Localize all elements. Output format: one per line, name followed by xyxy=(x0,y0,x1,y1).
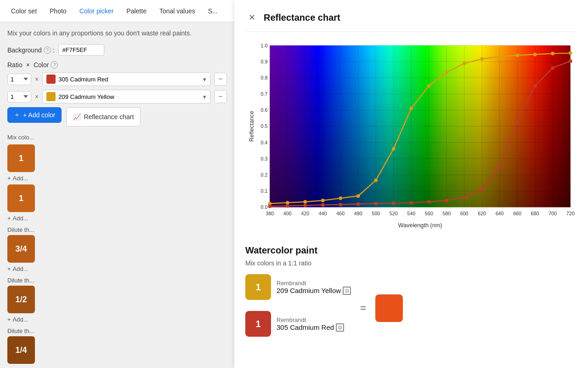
paints-container: 1 Rembrandt 209 Cadmium Yellow ⧉ 1 xyxy=(245,274,577,342)
svg-text:720: 720 xyxy=(566,211,575,216)
add-btn-3[interactable]: + Add... xyxy=(7,315,28,324)
svg-text:0.3: 0.3 xyxy=(261,156,268,161)
paint-info-red: Rembrandt 305 Cadmium Red ⧉ xyxy=(277,316,344,332)
svg-text:0.6: 0.6 xyxy=(261,107,268,113)
svg-text:500: 500 xyxy=(372,211,380,216)
swatch-box-3-4: 3/4 xyxy=(7,235,35,263)
nav-more[interactable]: S... xyxy=(203,4,223,18)
svg-text:0.7: 0.7 xyxy=(261,91,268,97)
nav-palette[interactable]: Palette xyxy=(121,4,152,18)
paints-list: 1 Rembrandt 209 Cadmium Yellow ⧉ 1 xyxy=(245,274,351,342)
nav-color-set[interactable]: Color set xyxy=(6,4,42,18)
nav-tonal-values[interactable]: Tonal values xyxy=(154,4,201,18)
add-btn-4[interactable]: + Add... xyxy=(7,366,28,368)
svg-point-55 xyxy=(374,202,378,206)
color-row-2: 123 × 209 Cadmium Yellow ▾ − xyxy=(7,90,227,104)
svg-point-34 xyxy=(321,199,325,202)
svg-point-56 xyxy=(392,201,396,205)
paint-number-yellow: 1 xyxy=(255,282,260,293)
paint-chip-red: 1 xyxy=(245,311,271,337)
svg-point-52 xyxy=(321,203,325,207)
paint-external-icon-yellow[interactable]: ⧉ xyxy=(343,287,351,295)
svg-text:0.1: 0.1 xyxy=(261,188,268,194)
paint-name-red: 305 Cadmium Red xyxy=(277,323,334,331)
add-color-label: + Add color xyxy=(23,111,55,119)
ratio-select-2[interactable]: 123 xyxy=(7,91,31,103)
reflectance-chart-button[interactable]: 📈 Reflectance chart xyxy=(66,107,141,126)
svg-text:0.0: 0.0 xyxy=(261,204,268,210)
color-name-2: 209 Cadmium Yellow xyxy=(58,93,114,100)
svg-point-53 xyxy=(339,203,342,207)
nav-photo[interactable]: Photo xyxy=(44,4,72,18)
svg-point-39 xyxy=(409,107,413,110)
svg-text:600: 600 xyxy=(460,211,469,216)
panel-title: Reflectance chart xyxy=(264,12,340,23)
paint-number-red: 1 xyxy=(255,319,260,329)
svg-point-65 xyxy=(551,66,554,70)
paint-brand-red: Rembrandt xyxy=(277,316,344,323)
svg-point-38 xyxy=(392,147,396,151)
background-info-icon[interactable]: ? xyxy=(44,46,51,54)
svg-point-42 xyxy=(463,62,466,65)
color-select-1[interactable]: 305 Cadmium Red ▾ xyxy=(42,72,210,86)
paint-external-icon-red[interactable]: ⧉ xyxy=(336,323,344,332)
reflectance-label: Reflectance chart xyxy=(84,113,134,121)
svg-text:480: 480 xyxy=(354,211,362,216)
svg-point-44 xyxy=(498,55,502,58)
nav-bar: Color set Photo Color picker Palette Ton… xyxy=(0,0,234,22)
swatch-box-1: 1 xyxy=(7,144,35,172)
add-color-button[interactable]: ＋ + Add color xyxy=(7,107,62,123)
add-btn-1[interactable]: + Add... xyxy=(7,214,28,223)
swatch-item-1-4: Dilute th... 1/4 + Add... xyxy=(7,328,227,368)
color-select-2[interactable]: 209 Cadmium Yellow ▾ xyxy=(42,90,210,104)
svg-text:580: 580 xyxy=(442,211,451,216)
close-button[interactable]: ✕ xyxy=(245,11,258,24)
svg-text:520: 520 xyxy=(390,211,398,216)
svg-point-64 xyxy=(533,84,537,88)
svg-text:1.0: 1.0 xyxy=(261,43,268,48)
svg-point-33 xyxy=(303,200,307,204)
add-btn-2[interactable]: + Add... xyxy=(7,264,28,273)
swatch-item-1-2: Dilute th... 1/2 + Add... xyxy=(7,277,227,324)
svg-point-49 xyxy=(268,205,271,208)
equals-sign: = xyxy=(360,302,366,314)
watercolor-section: Watercolor paint Mix colors in a 1:1 rat… xyxy=(245,245,577,342)
paint-brand-yellow: Rembrandt xyxy=(277,280,351,287)
mix-colors-header: Mix colo... xyxy=(7,134,227,141)
color-swatch-1 xyxy=(46,75,56,84)
svg-text:640: 640 xyxy=(496,211,504,216)
svg-text:0.9: 0.9 xyxy=(261,59,268,64)
remove-color-2[interactable]: − xyxy=(214,90,227,103)
swatch-item-main2: 1 + Add... xyxy=(7,184,227,223)
paint-name-yellow: 209 Cadmium Yellow xyxy=(277,287,341,294)
svg-point-63 xyxy=(515,120,519,124)
svg-text:460: 460 xyxy=(336,211,345,216)
swatch-box-2: 1 xyxy=(7,184,35,212)
plus-icon: ＋ xyxy=(14,111,20,119)
svg-point-54 xyxy=(356,202,360,206)
background-row: Background ?: xyxy=(7,44,227,56)
nav-color-picker[interactable]: Color picker xyxy=(74,4,119,18)
remove-color-1[interactable]: − xyxy=(214,73,227,86)
chevron-down-icon-1: ▾ xyxy=(203,76,206,83)
button-row: ＋ + Add color 📈 Reflectance chart xyxy=(7,107,227,126)
main-content: Mix your colors in any proportions so yo… xyxy=(0,22,234,368)
svg-point-48 xyxy=(569,51,572,55)
color-row-1: 123 × 305 Cadmium Red ▾ − xyxy=(7,72,227,86)
background-input[interactable] xyxy=(58,44,104,56)
svg-text:420: 420 xyxy=(301,211,309,216)
swatch-box-1-2: 1/2 xyxy=(7,286,35,313)
y-axis-title: Reflectance xyxy=(249,111,255,142)
chevron-down-icon-2: ▾ xyxy=(203,93,206,100)
color-name-1: 305 Cadmium Red xyxy=(58,76,108,83)
ratio-color-header: Ratio × Color ? xyxy=(7,61,227,69)
color-info-icon[interactable]: ? xyxy=(51,61,58,69)
svg-point-32 xyxy=(286,201,289,205)
ratio-select-1[interactable]: 123 xyxy=(7,74,31,85)
swatch-box-1-4: 1/4 xyxy=(7,336,35,364)
svg-point-66 xyxy=(569,59,572,63)
swatch-item-3-4: Dilute th... 3/4 + Add... xyxy=(7,226,227,273)
svg-text:700: 700 xyxy=(548,211,557,216)
chart-container: 0.0 0.1 0.2 0.3 0.4 0.5 0.6 0.7 0.8 0.9 … xyxy=(245,41,577,234)
add-btn-0[interactable]: + Add... xyxy=(7,174,28,183)
